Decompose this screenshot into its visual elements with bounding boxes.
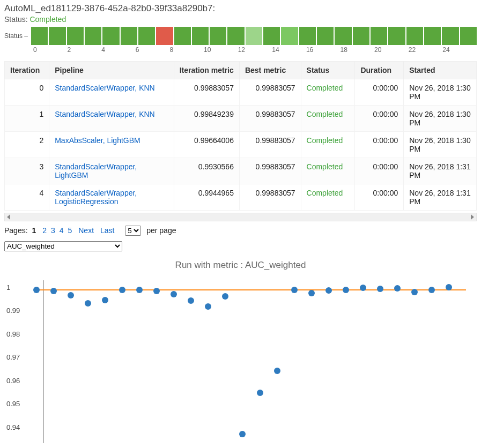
- chart-data-point[interactable]: [222, 293, 228, 300]
- status-cell[interactable]: [299, 27, 316, 45]
- status-cell[interactable]: [424, 27, 441, 45]
- cell-started: Nov 26, 2018 1:30 PM: [404, 132, 477, 158]
- chart-data-point[interactable]: [136, 287, 143, 293]
- chart-data-point[interactable]: [68, 292, 74, 298]
- status-cell[interactable]: [138, 27, 155, 45]
- status-cell[interactable]: [406, 27, 423, 45]
- status-cell[interactable]: [263, 27, 280, 45]
- table-row[interactable]: 0StandardScalerWrapper, KNN0.998830570.9…: [5, 79, 477, 106]
- col-header-started[interactable]: Started: [404, 62, 477, 79]
- chart-y-tick: 0.95: [6, 400, 20, 408]
- status-tick-label: 22: [409, 46, 443, 54]
- table-row[interactable]: 1StandardScalerWrapper, KNN0.998492390.9…: [5, 106, 477, 132]
- metric-select[interactable]: AUC_weighted: [4, 241, 122, 251]
- pipeline-link[interactable]: StandardScalerWrapper, KNN: [55, 110, 155, 118]
- chart-data-point[interactable]: [291, 287, 298, 293]
- cell-status: Completed: [307, 110, 343, 118]
- cell-started: Nov 26, 2018 1:31 PM: [404, 184, 477, 211]
- status-cell[interactable]: [174, 27, 191, 45]
- cell-status: Completed: [307, 189, 343, 197]
- col-header-iteration[interactable]: Iteration: [5, 62, 49, 79]
- pager-page-link[interactable]: 2: [42, 226, 47, 235]
- pager-page-link[interactable]: 4: [60, 226, 64, 235]
- chart-data-point[interactable]: [394, 285, 401, 292]
- chart-data-point[interactable]: [171, 291, 177, 297]
- cell-iteration: 1: [5, 106, 49, 132]
- status-cell[interactable]: [49, 27, 65, 45]
- chart-data-point[interactable]: [102, 297, 108, 303]
- cell-duration: 0:00:00: [355, 132, 404, 158]
- pipeline-link[interactable]: StandardScalerWrapper, LightGBM: [55, 162, 137, 180]
- status-cell[interactable]: [85, 27, 101, 45]
- chart-data-point[interactable]: [446, 284, 452, 290]
- cell-iteration-metric: 0.99883057: [174, 79, 239, 106]
- chart-data-point[interactable]: [257, 390, 263, 396]
- col-header-pipeline[interactable]: Pipeline: [49, 62, 174, 79]
- cell-duration: 0:00:00: [355, 79, 404, 106]
- chart-data-point[interactable]: [153, 288, 160, 294]
- pager-page-link[interactable]: 3: [51, 226, 55, 235]
- metric-chart[interactable]: 10.990.980.970.960.950.940510152025: [4, 275, 477, 448]
- status-cell[interactable]: [121, 27, 137, 45]
- chart-data-point[interactable]: [308, 290, 315, 296]
- status-label: Status:: [4, 15, 29, 24]
- run-id-title: AutoML_ed181129-3876-452a-82b0-39f33a829…: [4, 3, 477, 14]
- chart-data-point[interactable]: [428, 287, 435, 293]
- pager-page-link[interactable]: 5: [68, 226, 72, 235]
- table-row[interactable]: 3StandardScalerWrapper, LightGBM0.993056…: [5, 158, 477, 184]
- chart-data-point[interactable]: [325, 287, 332, 294]
- status-tick-label: 4: [101, 46, 136, 54]
- pipeline-link[interactable]: StandardScalerWrapper, LogisticRegressio…: [55, 189, 137, 206]
- status-cell[interactable]: [102, 27, 119, 45]
- chart-data-point[interactable]: [33, 287, 40, 293]
- status-cell[interactable]: [192, 27, 209, 45]
- cell-iteration-metric: 0.99849239: [174, 106, 239, 132]
- status-cell[interactable]: [371, 27, 387, 45]
- chart-data-point[interactable]: [360, 285, 366, 291]
- chart-data-point[interactable]: [205, 303, 211, 310]
- run-status-line: Status: Completed: [4, 15, 477, 24]
- status-tick-label: 8: [169, 46, 204, 54]
- cell-started: Nov 26, 2018 1:31 PM: [404, 158, 477, 184]
- col-header-duration[interactable]: Duration: [355, 62, 404, 79]
- per-page-select[interactable]: 5: [125, 226, 141, 236]
- status-cell[interactable]: [67, 27, 84, 45]
- table-row[interactable]: 2MaxAbsScaler, LightGBM0.996640060.99883…: [5, 132, 477, 158]
- chart-data-point[interactable]: [50, 288, 57, 294]
- status-cell[interactable]: [156, 27, 173, 45]
- cell-best-metric: 0.99883057: [239, 106, 301, 132]
- status-cell[interactable]: [281, 27, 298, 45]
- chart-data-point[interactable]: [188, 297, 194, 304]
- col-header-iteration-metric[interactable]: Iteration metric: [174, 62, 239, 79]
- status-tick-label: 0: [33, 46, 68, 54]
- status-cell[interactable]: [442, 27, 458, 45]
- status-cell[interactable]: [388, 27, 405, 45]
- pager-next[interactable]: Next: [78, 226, 94, 235]
- cell-status: Completed: [307, 162, 343, 171]
- chart-data-point[interactable]: [239, 431, 246, 437]
- col-header-best-metric[interactable]: Best metric: [239, 62, 301, 79]
- status-cell[interactable]: [246, 27, 262, 45]
- table-row[interactable]: 4StandardScalerWrapper, LogisticRegressi…: [5, 184, 477, 211]
- pager-last[interactable]: Last: [100, 226, 114, 235]
- chart-data-point[interactable]: [85, 300, 91, 307]
- status-cell[interactable]: [353, 27, 369, 45]
- chart-data-point[interactable]: [119, 287, 125, 293]
- table-horizontal-scrollbar[interactable]: [4, 213, 477, 221]
- chart-data-point[interactable]: [377, 286, 383, 292]
- status-cell[interactable]: [210, 27, 226, 45]
- status-cell[interactable]: [335, 27, 351, 45]
- status-cell[interactable]: [317, 27, 334, 45]
- pipeline-link[interactable]: StandardScalerWrapper, KNN: [55, 84, 155, 92]
- pipeline-link[interactable]: MaxAbsScaler, LightGBM: [55, 136, 140, 145]
- chart-data-point[interactable]: [411, 289, 418, 295]
- status-cell[interactable]: [227, 27, 244, 45]
- status-cell[interactable]: [460, 27, 477, 45]
- pager: Pages: 1 2345 Next Last 5 per page: [4, 226, 477, 236]
- status-ticks: 024681012141618202224: [33, 46, 477, 54]
- chart-data-point[interactable]: [274, 368, 280, 374]
- status-cell[interactable]: [31, 27, 48, 45]
- col-header-status[interactable]: Status: [301, 62, 355, 79]
- chart-data-point[interactable]: [343, 287, 349, 293]
- per-page-label: per page: [146, 226, 176, 235]
